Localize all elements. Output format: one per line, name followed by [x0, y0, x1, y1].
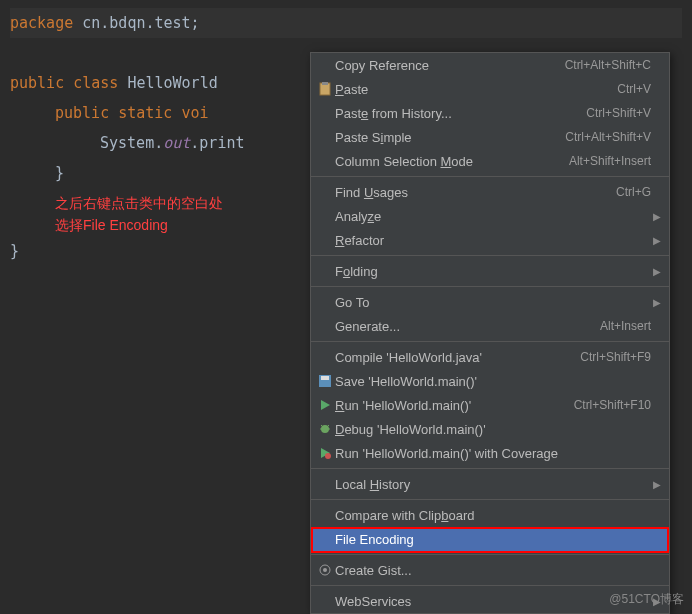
svg-line-7	[321, 425, 323, 427]
menu-separator	[311, 255, 669, 256]
menu-label: WebServices	[335, 594, 651, 609]
blank-icon	[315, 349, 335, 365]
watermark: @51CTO博客	[609, 591, 684, 608]
svg-rect-1	[322, 82, 328, 85]
menu-shortcut: Alt+Insert	[600, 319, 651, 333]
menu-create-gist[interactable]: Create Gist...	[311, 558, 669, 582]
blank-icon	[315, 531, 335, 547]
submenu-arrow-icon: ▶	[653, 235, 661, 246]
menu-separator	[311, 176, 669, 177]
svg-rect-3	[321, 376, 329, 380]
paste-icon	[315, 81, 335, 97]
menu-separator	[311, 286, 669, 287]
context-menu: Copy Reference Ctrl+Alt+Shift+C Paste Ct…	[310, 52, 670, 614]
menu-generate[interactable]: Generate... Alt+Insert	[311, 314, 669, 338]
debug-icon	[315, 421, 335, 437]
menu-label: Paste Simple	[335, 130, 565, 145]
submenu-arrow-icon: ▶	[653, 211, 661, 222]
menu-label: Debug 'HelloWorld.main()'	[335, 422, 651, 437]
menu-label: Column Selection Mode	[335, 154, 569, 169]
keyword-public-class: public class	[10, 74, 127, 92]
save-icon	[315, 373, 335, 389]
coverage-icon	[315, 445, 335, 461]
menu-shortcut: Ctrl+Shift+V	[586, 106, 651, 120]
submenu-arrow-icon: ▶	[653, 297, 661, 308]
blank-icon	[315, 476, 335, 492]
menu-label: Save 'HelloWorld.main()'	[335, 374, 651, 389]
menu-shortcut: Ctrl+G	[616, 185, 651, 199]
blank-icon	[315, 105, 335, 121]
submenu-arrow-icon: ▶	[653, 266, 661, 277]
gist-icon	[315, 562, 335, 578]
menu-label: Find Usages	[335, 185, 616, 200]
code-print: .print	[190, 134, 244, 152]
menu-shortcut: Ctrl+Shift+F9	[580, 350, 651, 364]
code-out: out	[163, 134, 190, 152]
menu-analyze[interactable]: Analyze ▶	[311, 204, 669, 228]
menu-separator	[311, 341, 669, 342]
menu-file-encoding[interactable]: File Encoding	[311, 527, 669, 551]
menu-label: Local History	[335, 477, 651, 492]
menu-find-usages[interactable]: Find Usages Ctrl+G	[311, 180, 669, 204]
menu-label: Analyze	[335, 209, 651, 224]
brace-close: }	[55, 164, 64, 182]
code-system: System.	[100, 134, 163, 152]
svg-point-12	[323, 568, 327, 572]
menu-shortcut: Ctrl+V	[617, 82, 651, 96]
menu-paste-simple[interactable]: Paste Simple Ctrl+Alt+Shift+V	[311, 125, 669, 149]
menu-label: Run 'HelloWorld.main()' with Coverage	[335, 446, 651, 461]
blank-icon	[315, 129, 335, 145]
menu-label: Go To	[335, 295, 651, 310]
brace-close-2: }	[10, 242, 19, 260]
menu-separator	[311, 585, 669, 586]
menu-label: Paste from History...	[335, 106, 586, 121]
menu-label: Copy Reference	[335, 58, 565, 73]
menu-label: Run 'HelloWorld.main()'	[335, 398, 574, 413]
blank-icon	[315, 294, 335, 310]
class-name: HelloWorld	[127, 74, 217, 92]
menu-run-coverage[interactable]: Run 'HelloWorld.main()' with Coverage	[311, 441, 669, 465]
menu-goto[interactable]: Go To ▶	[311, 290, 669, 314]
submenu-arrow-icon: ▶	[653, 479, 661, 490]
menu-compile[interactable]: Compile 'HelloWorld.java' Ctrl+Shift+F9	[311, 345, 669, 369]
menu-separator	[311, 468, 669, 469]
menu-label: Create Gist...	[335, 563, 651, 578]
keyword-package: package	[10, 14, 73, 32]
menu-local-history[interactable]: Local History ▶	[311, 472, 669, 496]
menu-folding[interactable]: Folding ▶	[311, 259, 669, 283]
menu-compare-clipboard[interactable]: Compare with Clipboard	[311, 503, 669, 527]
menu-save[interactable]: Save 'HelloWorld.main()'	[311, 369, 669, 393]
blank-icon	[315, 507, 335, 523]
menu-separator	[311, 554, 669, 555]
blank-icon	[315, 184, 335, 200]
blank-icon	[315, 263, 335, 279]
menu-paste-history[interactable]: Paste from History... Ctrl+Shift+V	[311, 101, 669, 125]
menu-shortcut: Ctrl+Shift+F10	[574, 398, 651, 412]
menu-paste[interactable]: Paste Ctrl+V	[311, 77, 669, 101]
menu-label: Paste	[335, 82, 617, 97]
menu-copy-reference[interactable]: Copy Reference Ctrl+Alt+Shift+C	[311, 53, 669, 77]
menu-label: Compile 'HelloWorld.java'	[335, 350, 580, 365]
menu-shortcut: Alt+Shift+Insert	[569, 154, 651, 168]
menu-label: Refactor	[335, 233, 651, 248]
menu-shortcut: Ctrl+Alt+Shift+C	[565, 58, 651, 72]
menu-run[interactable]: Run 'HelloWorld.main()' Ctrl+Shift+F10	[311, 393, 669, 417]
menu-label: Folding	[335, 264, 651, 279]
blank-icon	[315, 57, 335, 73]
menu-refactor[interactable]: Refactor ▶	[311, 228, 669, 252]
blank-icon	[315, 318, 335, 334]
svg-line-8	[327, 425, 329, 427]
menu-label: Generate...	[335, 319, 600, 334]
menu-shortcut: Ctrl+Alt+Shift+V	[565, 130, 651, 144]
blank-icon	[315, 208, 335, 224]
method-signature: public static voi	[55, 104, 209, 122]
svg-point-10	[325, 453, 331, 459]
blank-icon	[315, 153, 335, 169]
menu-separator	[311, 499, 669, 500]
run-icon	[315, 397, 335, 413]
menu-label: Compare with Clipboard	[335, 508, 651, 523]
menu-debug[interactable]: Debug 'HelloWorld.main()'	[311, 417, 669, 441]
svg-marker-4	[321, 400, 330, 410]
menu-label: File Encoding	[335, 532, 651, 547]
menu-column-selection[interactable]: Column Selection Mode Alt+Shift+Insert	[311, 149, 669, 173]
